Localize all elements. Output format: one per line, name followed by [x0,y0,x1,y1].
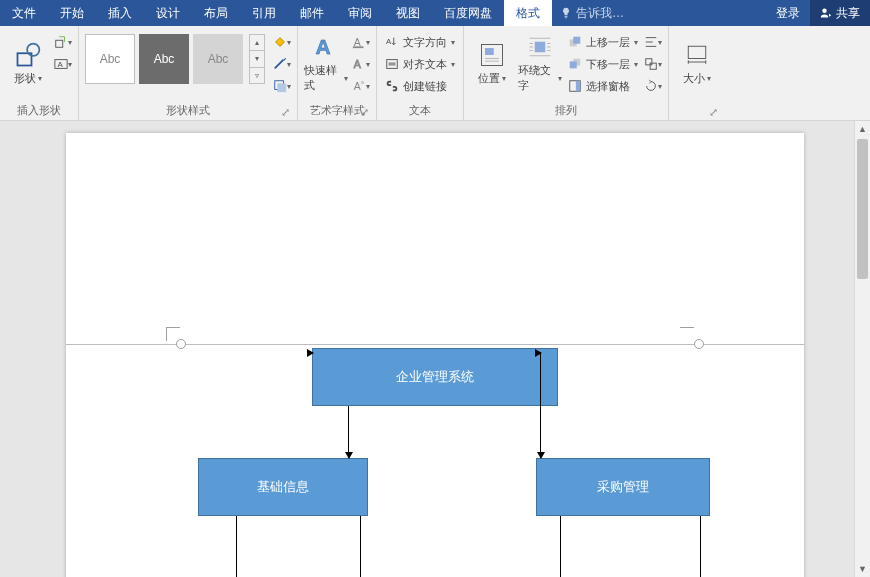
node-purchase-mgmt[interactable]: 采购管理 [536,458,710,516]
share-button[interactable]: 共享 [810,0,870,26]
effects-icon [273,79,287,93]
text-direction-button[interactable]: A文字方向▾ [383,32,457,52]
launcher-icon[interactable]: ⤢ [707,106,719,118]
text-effects-button[interactable]: A▾ [352,78,370,94]
margin-handle[interactable] [176,339,186,349]
rotate-icon [644,79,658,93]
group-label-shape-styles: 形状样式⤢ [85,101,291,118]
group-wordart: A 快速样式▾ A▾ A▾ A▾ 艺术字样式⤢ [298,26,377,120]
svg-rect-27 [688,46,706,58]
tab-file[interactable]: 文件 [0,0,48,26]
svg-point-2 [27,43,39,55]
lightbulb-icon [560,7,572,19]
launcher-icon[interactable]: ⤢ [358,106,370,118]
bring-forward-button[interactable]: 上移一层▾ [566,32,640,52]
svg-text:A: A [354,80,361,92]
send-backward-icon [568,57,582,71]
share-icon [820,7,832,19]
group-size: 大小▾ ⤢ [669,26,725,120]
document-area[interactable]: 企业管理系统 基础信息 采购管理 库存管理 查询统计 商品采购 采购查询 [0,121,870,577]
tab-design[interactable]: 设计 [144,0,192,26]
group-label-wordart: 艺术字样式⤢ [304,101,370,118]
style-gallery-nav[interactable]: ▴▾▿ [249,34,265,84]
tab-home[interactable]: 开始 [48,0,96,26]
selection-pane-icon [568,79,582,93]
group-text: A文字方向▾ 对齐文本▾ 创建链接 文本 [377,26,464,120]
text-effects-icon: A [352,79,366,93]
group-icon [644,57,658,71]
text-box-button[interactable]: A▾ [54,56,72,72]
node-root[interactable]: 企业管理系统 [312,348,558,406]
send-backward-button[interactable]: 下移一层▾ [566,54,640,74]
style-preset-1[interactable]: Abc [85,34,135,84]
style-preset-3[interactable]: Abc [193,34,243,84]
svg-text:A: A [316,35,331,58]
svg-rect-18 [535,42,546,53]
wordart-icon: A [312,33,340,61]
selection-pane-button[interactable]: 选择窗格 [566,76,640,96]
vertical-scrollbar[interactable]: ▲ ▼ [854,121,870,577]
tab-insert[interactable]: 插入 [96,0,144,26]
login-button[interactable]: 登录 [766,0,810,26]
group-button[interactable]: ▾ [644,56,662,72]
svg-rect-26 [650,63,656,69]
svg-rect-25 [646,59,652,65]
tab-format[interactable]: 格式 [504,0,552,26]
edit-shape-icon [54,35,68,49]
tell-me-search[interactable]: 告诉我… [552,0,632,26]
scroll-thumb[interactable] [857,139,868,279]
connector [236,516,237,577]
link-icon [385,79,399,93]
shape-fill-button[interactable]: ▾ [273,34,291,50]
ribbon-tabs: 文件 开始 插入 设计 布局 引用 邮件 审阅 视图 百度网盘 格式 告诉我… … [0,0,870,26]
launcher-icon[interactable]: ⤢ [279,106,291,118]
size-button[interactable]: 大小▾ [675,30,719,96]
bring-forward-icon [568,35,582,49]
group-label-insert-shapes: 插入形状 [6,101,72,118]
wrap-text-button[interactable]: 环绕文字▾ [518,30,562,96]
text-outline-icon: A [352,57,366,71]
svg-rect-7 [277,83,286,92]
style-preset-2[interactable]: Abc [139,34,189,84]
fill-icon [273,35,287,49]
svg-rect-10 [353,46,364,48]
svg-rect-22 [570,61,577,68]
scroll-down-button[interactable]: ▼ [855,561,870,577]
rotate-button[interactable]: ▾ [644,78,662,94]
create-link-button[interactable]: 创建链接 [383,76,457,96]
node-basic-info[interactable]: 基础信息 [198,458,368,516]
tab-view[interactable]: 视图 [384,0,432,26]
ribbon: 形状▾ ▾ A▾ 插入形状 Abc Abc Abc ▴▾▿ ▾ ▾ ▾ 形状样式… [0,26,870,121]
group-label-text: 文本 [383,101,457,118]
margin-handle[interactable] [694,339,704,349]
svg-rect-3 [56,40,63,47]
edit-shape-button[interactable]: ▾ [54,34,72,50]
text-outline-button[interactable]: A▾ [352,56,370,72]
tab-baidu[interactable]: 百度网盘 [432,0,504,26]
align-button[interactable]: ▾ [644,34,662,50]
tab-references[interactable]: 引用 [240,0,288,26]
shapes-icon [14,41,42,69]
tab-mail[interactable]: 邮件 [288,0,336,26]
size-icon [683,41,711,69]
position-button[interactable]: 位置▾ [470,30,514,96]
svg-rect-24 [576,81,580,92]
quick-styles-button[interactable]: A 快速样式▾ [304,30,348,96]
tab-review[interactable]: 审阅 [336,0,384,26]
group-insert-shapes: 形状▾ ▾ A▾ 插入形状 [0,26,79,120]
svg-rect-15 [387,60,398,69]
align-text-button[interactable]: 对齐文本▾ [383,54,457,74]
tab-layout[interactable]: 布局 [192,0,240,26]
connector [700,516,701,577]
group-arrange: 位置▾ 环绕文字▾ 上移一层▾ 下移一层▾ 选择窗格 ▾ ▾ ▾ 排列 [464,26,669,120]
svg-rect-17 [485,48,494,55]
text-fill-button[interactable]: A▾ [352,34,370,50]
scroll-up-button[interactable]: ▲ [855,121,870,137]
shape-outline-button[interactable]: ▾ [273,56,291,72]
connector [312,352,313,353]
shapes-button[interactable]: 形状▾ [6,30,50,96]
shape-effects-button[interactable]: ▾ [273,78,291,94]
svg-rect-20 [573,37,580,44]
group-shape-styles: Abc Abc Abc ▴▾▿ ▾ ▾ ▾ 形状样式⤢ [79,26,298,120]
svg-point-13 [361,81,365,85]
